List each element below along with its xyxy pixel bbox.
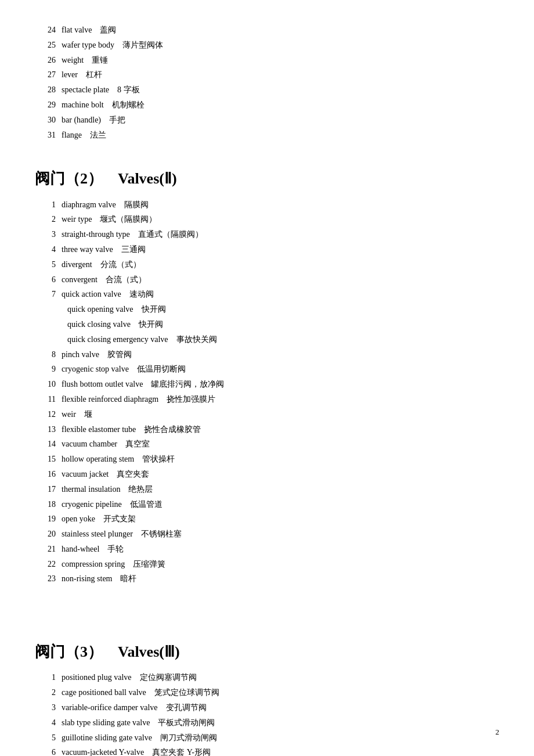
list-item: 31 flange 法兰 bbox=[41, 128, 499, 142]
list-item: 13 flexible elastomer tube 挠性合成橡胶管 bbox=[41, 423, 499, 437]
list-item: 9 cryogenic stop valve 低温用切断阀 bbox=[41, 362, 499, 376]
list-item: 10 flush bottom outlet valve 罐底排污阀，放净阀 bbox=[41, 377, 499, 391]
list-item: 21 hand-wheel 手轮 bbox=[41, 542, 499, 556]
list-item: 14 vacuum chamber 真空室 bbox=[41, 437, 499, 451]
list-item: 2 weir type 堰式（隔膜阀） bbox=[41, 213, 499, 226]
list-item: 12 weir 堰 bbox=[41, 408, 499, 422]
list-item: 16 vacuum jacket 真空夹套 bbox=[41, 467, 499, 481]
list-item: 5 divergent 分流（式） bbox=[41, 258, 499, 272]
list-item: 19 open yoke 开式支架 bbox=[41, 512, 499, 526]
list-item: 22 compression spring 压缩弹簧 bbox=[41, 557, 499, 571]
list-item: 2 cage positioned ball valve 笼式定位球调节阀 bbox=[41, 686, 499, 700]
list-item: 20 stainless steel plunger 不锈钢柱塞 bbox=[41, 527, 499, 541]
list-item: 29 machine bolt 机制螺栓 bbox=[41, 98, 499, 112]
top-list: 24 flat valve 盖阀 25 wafer type body 薄片型阀… bbox=[35, 23, 499, 142]
sub-list-item: quick closing valve 快开阀 bbox=[41, 318, 499, 332]
section-valves-3: 阀门（3） Valves(Ⅲ) 1 positioned plug valve … bbox=[35, 639, 499, 756]
list-item: 30 bar (handle) 手把 bbox=[41, 113, 499, 127]
list-item: 4 three way valve 三通阀 bbox=[41, 243, 499, 257]
list-item: 4 slab type sliding gate valve 平板式滑动闸阀 bbox=[41, 716, 499, 730]
section-valves-2: 阀门（2） Valves(Ⅱ) 1 diaphragm valve 隔膜阀 2 … bbox=[35, 166, 499, 586]
list-item: 1 positioned plug valve 定位阀塞调节阀 bbox=[41, 671, 499, 685]
list-item: 28 spectacle plate 8 字板 bbox=[41, 83, 499, 97]
list-item: 18 cryogenic pipeline 低温管道 bbox=[41, 498, 499, 512]
list-item: 15 hollow operating stem 管状操杆 bbox=[41, 452, 499, 466]
list-item-flexible-reinforced-diaphragm: 11 flexible reinforced diaphragm 挠性加强膜片 bbox=[41, 393, 499, 406]
list-item: 3 straight-through type 直通式（隔膜阀） bbox=[41, 228, 499, 242]
list-item: 8 pinch valve 胶管阀 bbox=[41, 348, 499, 362]
list-item: 6 convergent 合流（式） bbox=[41, 273, 499, 287]
list-item: 24 flat valve 盖阀 bbox=[41, 23, 499, 37]
section-header-valves-3: 阀门（3） Valves(Ⅲ) bbox=[35, 639, 499, 665]
list-item: 23 non-rising stem 暗杆 bbox=[41, 572, 499, 586]
section-header-valves-2: 阀门（2） Valves(Ⅱ) bbox=[35, 166, 499, 192]
page-number: 2 bbox=[496, 726, 500, 739]
list-item: 27 lever 杠杆 bbox=[41, 68, 499, 82]
list-item: 26 weight 重锤 bbox=[41, 53, 499, 67]
list-item: 1 diaphragm valve 隔膜阀 bbox=[41, 198, 499, 212]
list-item: 5 guillotine sliding gate valve 闸刀式滑动闸阀 bbox=[41, 731, 499, 745]
sub-list-item: quick opening valve 快开阀 bbox=[41, 303, 499, 316]
list-item: 6 vacuum-jacketed Y-valve 真空夹套 Y-形阀 bbox=[41, 746, 499, 756]
list-item: 17 thermal insulation 绝热层 bbox=[41, 483, 499, 496]
list-item: 3 variable-orifice damper valve 变孔调节阀 bbox=[41, 701, 499, 715]
sub-list-item: quick closing emergency valve 事故快关阀 bbox=[41, 333, 499, 347]
list-item: 25 wafer type body 薄片型阀体 bbox=[41, 38, 499, 52]
list-item: 7 quick action valve 速动阀 bbox=[41, 287, 499, 301]
